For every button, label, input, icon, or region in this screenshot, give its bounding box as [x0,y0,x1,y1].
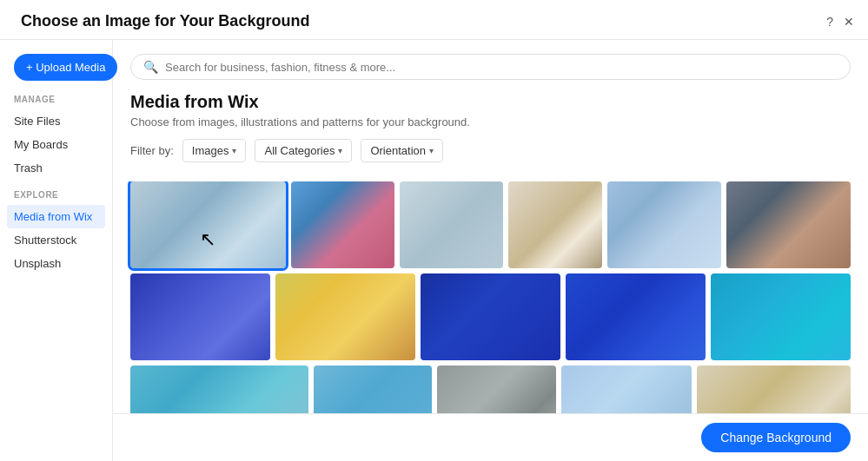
image-cell[interactable] [275,273,415,360]
image-cell[interactable]: ↖ [130,181,286,268]
help-button[interactable]: ? [826,15,833,29]
image-row-1: ↖ [130,181,851,268]
upload-media-button[interactable]: + Upload Media [14,54,117,81]
sidebar-item-site-files[interactable]: Site Files [0,109,112,133]
title-bar: Choose an Image for Your Background ? ✕ [0,0,868,40]
image-cell[interactable] [508,181,601,268]
image-cell[interactable] [697,366,851,413]
images-filter-label: Images [192,144,229,157]
orientation-filter-label: Orientation [370,144,426,157]
filter-bar: Filter by: Images ▾ All Categories ▾ Ori… [130,139,851,162]
orientation-filter[interactable]: Orientation ▾ [361,139,443,162]
content-header: 🔍 Media from Wix Choose from images, ill… [113,40,868,181]
image-cell[interactable] [437,366,555,413]
image-cell[interactable] [291,181,394,268]
images-chevron-icon: ▾ [232,146,236,155]
image-cell[interactable] [314,366,432,413]
media-subtitle: Choose from images, illustrations and pa… [130,115,851,128]
categories-filter[interactable]: All Categories ▾ [255,139,352,162]
title-actions: ? ✕ [826,15,854,29]
image-cell[interactable] [561,366,692,413]
main-layout: + Upload Media MANAGE Site Files My Boar… [0,40,868,461]
sidebar: + Upload Media MANAGE Site Files My Boar… [0,40,113,461]
image-cell[interactable] [607,181,721,268]
search-icon: 🔍 [143,60,158,74]
explore-label: EXPLORE [0,190,112,205]
image-row-2 [130,273,851,360]
filter-by-label: Filter by: [130,144,174,157]
search-input[interactable] [165,61,838,74]
manage-section: MANAGE Site Files My Boards Trash [0,95,112,180]
sidebar-item-my-boards[interactable]: My Boards [0,133,112,156]
sidebar-item-trash[interactable]: Trash [0,156,112,180]
page-title: Choose an Image for Your Background [21,12,309,30]
image-cell[interactable] [130,366,308,413]
image-cell[interactable] [421,273,560,360]
image-row-3 [130,366,851,413]
content-area: 🔍 Media from Wix Choose from images, ill… [113,40,868,461]
image-cell[interactable] [711,273,851,360]
orientation-chevron-icon: ▾ [429,146,434,155]
image-cell[interactable] [130,273,270,360]
images-filter[interactable]: Images ▾ [182,139,247,162]
media-title: Media from Wix [130,92,851,112]
image-cell[interactable] [726,181,851,268]
search-bar: 🔍 [130,54,851,80]
sidebar-item-media-from-wix[interactable]: Media from Wix [7,205,105,228]
sidebar-item-unsplash[interactable]: Unsplash [0,252,112,275]
image-cell[interactable] [400,181,503,268]
bottom-bar: Change Background [113,413,868,461]
manage-label: MANAGE [0,95,112,109]
sidebar-item-shutterstock[interactable]: Shutterstock [0,228,112,252]
upload-area: + Upload Media [0,54,112,95]
categories-chevron-icon: ▾ [338,146,342,155]
change-background-button[interactable]: Change Background [701,423,851,452]
categories-filter-label: All Categories [264,144,335,157]
image-grid: ↖ [113,181,868,413]
close-button[interactable]: ✕ [844,15,854,29]
explore-section: EXPLORE Media from Wix Shutterstock Unsp… [0,190,112,275]
image-cell[interactable] [566,273,706,360]
